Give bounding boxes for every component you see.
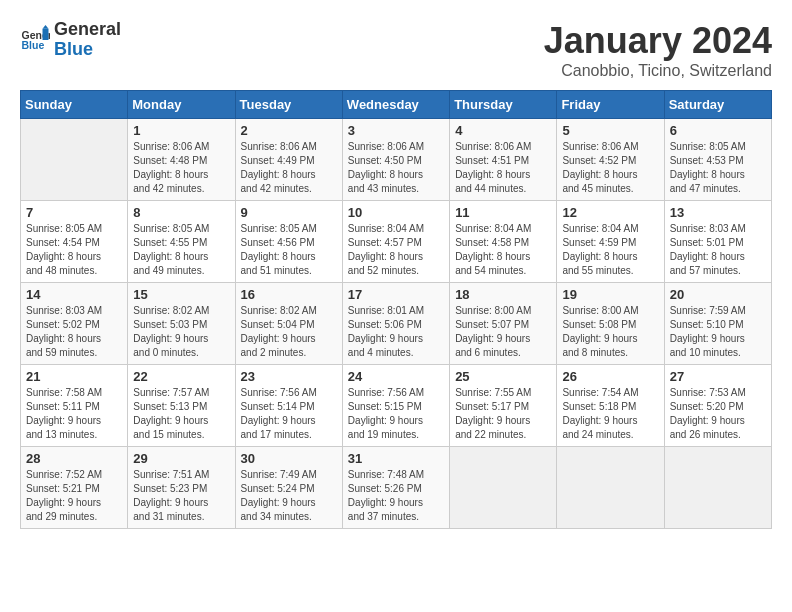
day-info: Sunrise: 8:00 AM Sunset: 5:07 PM Dayligh… <box>455 304 551 360</box>
day-number: 16 <box>241 287 337 302</box>
calendar-cell: 31Sunrise: 7:48 AM Sunset: 5:26 PM Dayli… <box>342 447 449 529</box>
calendar-cell: 11Sunrise: 8:04 AM Sunset: 4:58 PM Dayli… <box>450 201 557 283</box>
day-info: Sunrise: 7:57 AM Sunset: 5:13 PM Dayligh… <box>133 386 229 442</box>
day-number: 15 <box>133 287 229 302</box>
day-info: Sunrise: 8:06 AM Sunset: 4:51 PM Dayligh… <box>455 140 551 196</box>
day-info: Sunrise: 8:02 AM Sunset: 5:03 PM Dayligh… <box>133 304 229 360</box>
logo-icon: General Blue <box>20 25 50 55</box>
day-number: 25 <box>455 369 551 384</box>
calendar-cell: 2Sunrise: 8:06 AM Sunset: 4:49 PM Daylig… <box>235 119 342 201</box>
day-info: Sunrise: 8:02 AM Sunset: 5:04 PM Dayligh… <box>241 304 337 360</box>
day-info: Sunrise: 8:05 AM Sunset: 4:55 PM Dayligh… <box>133 222 229 278</box>
calendar-cell: 24Sunrise: 7:56 AM Sunset: 5:15 PM Dayli… <box>342 365 449 447</box>
svg-text:Blue: Blue <box>22 39 45 51</box>
day-number: 3 <box>348 123 444 138</box>
weekday-header-wednesday: Wednesday <box>342 91 449 119</box>
day-info: Sunrise: 8:04 AM Sunset: 4:58 PM Dayligh… <box>455 222 551 278</box>
week-row-5: 28Sunrise: 7:52 AM Sunset: 5:21 PM Dayli… <box>21 447 772 529</box>
calendar-cell: 19Sunrise: 8:00 AM Sunset: 5:08 PM Dayli… <box>557 283 664 365</box>
calendar-cell: 16Sunrise: 8:02 AM Sunset: 5:04 PM Dayli… <box>235 283 342 365</box>
day-info: Sunrise: 7:53 AM Sunset: 5:20 PM Dayligh… <box>670 386 766 442</box>
calendar-cell: 27Sunrise: 7:53 AM Sunset: 5:20 PM Dayli… <box>664 365 771 447</box>
day-number: 27 <box>670 369 766 384</box>
day-info: Sunrise: 7:55 AM Sunset: 5:17 PM Dayligh… <box>455 386 551 442</box>
day-number: 10 <box>348 205 444 220</box>
weekday-header-sunday: Sunday <box>21 91 128 119</box>
weekday-header-monday: Monday <box>128 91 235 119</box>
calendar-cell: 15Sunrise: 8:02 AM Sunset: 5:03 PM Dayli… <box>128 283 235 365</box>
calendar-cell: 18Sunrise: 8:00 AM Sunset: 5:07 PM Dayli… <box>450 283 557 365</box>
calendar-cell <box>21 119 128 201</box>
day-info: Sunrise: 8:03 AM Sunset: 5:02 PM Dayligh… <box>26 304 122 360</box>
weekday-header-friday: Friday <box>557 91 664 119</box>
title-section: January 2024 Canobbio, Ticino, Switzerla… <box>544 20 772 80</box>
day-info: Sunrise: 8:01 AM Sunset: 5:06 PM Dayligh… <box>348 304 444 360</box>
week-row-3: 14Sunrise: 8:03 AM Sunset: 5:02 PM Dayli… <box>21 283 772 365</box>
calendar-cell: 9Sunrise: 8:05 AM Sunset: 4:56 PM Daylig… <box>235 201 342 283</box>
day-number: 29 <box>133 451 229 466</box>
day-number: 5 <box>562 123 658 138</box>
day-info: Sunrise: 8:06 AM Sunset: 4:49 PM Dayligh… <box>241 140 337 196</box>
svg-marker-3 <box>43 25 49 29</box>
calendar-cell: 17Sunrise: 8:01 AM Sunset: 5:06 PM Dayli… <box>342 283 449 365</box>
day-number: 17 <box>348 287 444 302</box>
week-row-1: 1Sunrise: 8:06 AM Sunset: 4:48 PM Daylig… <box>21 119 772 201</box>
day-info: Sunrise: 7:49 AM Sunset: 5:24 PM Dayligh… <box>241 468 337 524</box>
day-info: Sunrise: 7:51 AM Sunset: 5:23 PM Dayligh… <box>133 468 229 524</box>
calendar-cell <box>557 447 664 529</box>
calendar-cell: 23Sunrise: 7:56 AM Sunset: 5:14 PM Dayli… <box>235 365 342 447</box>
day-info: Sunrise: 7:54 AM Sunset: 5:18 PM Dayligh… <box>562 386 658 442</box>
day-number: 14 <box>26 287 122 302</box>
logo-text: General Blue <box>54 20 121 60</box>
week-row-4: 21Sunrise: 7:58 AM Sunset: 5:11 PM Dayli… <box>21 365 772 447</box>
day-info: Sunrise: 8:05 AM Sunset: 4:56 PM Dayligh… <box>241 222 337 278</box>
day-number: 13 <box>670 205 766 220</box>
day-number: 23 <box>241 369 337 384</box>
calendar-cell: 14Sunrise: 8:03 AM Sunset: 5:02 PM Dayli… <box>21 283 128 365</box>
svg-marker-2 <box>43 29 49 40</box>
day-number: 22 <box>133 369 229 384</box>
day-info: Sunrise: 8:03 AM Sunset: 5:01 PM Dayligh… <box>670 222 766 278</box>
day-info: Sunrise: 8:06 AM Sunset: 4:50 PM Dayligh… <box>348 140 444 196</box>
day-number: 21 <box>26 369 122 384</box>
day-info: Sunrise: 7:59 AM Sunset: 5:10 PM Dayligh… <box>670 304 766 360</box>
weekday-header-row: SundayMondayTuesdayWednesdayThursdayFrid… <box>21 91 772 119</box>
calendar-cell: 4Sunrise: 8:06 AM Sunset: 4:51 PM Daylig… <box>450 119 557 201</box>
day-number: 12 <box>562 205 658 220</box>
week-row-2: 7Sunrise: 8:05 AM Sunset: 4:54 PM Daylig… <box>21 201 772 283</box>
weekday-header-thursday: Thursday <box>450 91 557 119</box>
calendar-cell: 26Sunrise: 7:54 AM Sunset: 5:18 PM Dayli… <box>557 365 664 447</box>
calendar-title: January 2024 <box>544 20 772 62</box>
calendar-cell: 1Sunrise: 8:06 AM Sunset: 4:48 PM Daylig… <box>128 119 235 201</box>
calendar-cell: 3Sunrise: 8:06 AM Sunset: 4:50 PM Daylig… <box>342 119 449 201</box>
day-number: 7 <box>26 205 122 220</box>
day-info: Sunrise: 7:48 AM Sunset: 5:26 PM Dayligh… <box>348 468 444 524</box>
calendar-cell: 29Sunrise: 7:51 AM Sunset: 5:23 PM Dayli… <box>128 447 235 529</box>
day-info: Sunrise: 7:56 AM Sunset: 5:15 PM Dayligh… <box>348 386 444 442</box>
day-number: 1 <box>133 123 229 138</box>
day-number: 30 <box>241 451 337 466</box>
calendar-cell: 30Sunrise: 7:49 AM Sunset: 5:24 PM Dayli… <box>235 447 342 529</box>
calendar-cell: 25Sunrise: 7:55 AM Sunset: 5:17 PM Dayli… <box>450 365 557 447</box>
day-number: 2 <box>241 123 337 138</box>
day-info: Sunrise: 8:05 AM Sunset: 4:53 PM Dayligh… <box>670 140 766 196</box>
day-number: 19 <box>562 287 658 302</box>
day-number: 28 <box>26 451 122 466</box>
calendar-cell: 5Sunrise: 8:06 AM Sunset: 4:52 PM Daylig… <box>557 119 664 201</box>
calendar-cell <box>664 447 771 529</box>
day-number: 20 <box>670 287 766 302</box>
logo: General Blue General Blue <box>20 20 121 60</box>
calendar-cell: 21Sunrise: 7:58 AM Sunset: 5:11 PM Dayli… <box>21 365 128 447</box>
calendar-cell: 20Sunrise: 7:59 AM Sunset: 5:10 PM Dayli… <box>664 283 771 365</box>
day-number: 6 <box>670 123 766 138</box>
calendar-cell: 8Sunrise: 8:05 AM Sunset: 4:55 PM Daylig… <box>128 201 235 283</box>
calendar-cell: 7Sunrise: 8:05 AM Sunset: 4:54 PM Daylig… <box>21 201 128 283</box>
weekday-header-saturday: Saturday <box>664 91 771 119</box>
calendar-cell: 6Sunrise: 8:05 AM Sunset: 4:53 PM Daylig… <box>664 119 771 201</box>
calendar-cell: 22Sunrise: 7:57 AM Sunset: 5:13 PM Dayli… <box>128 365 235 447</box>
day-info: Sunrise: 8:00 AM Sunset: 5:08 PM Dayligh… <box>562 304 658 360</box>
calendar-cell <box>450 447 557 529</box>
day-number: 8 <box>133 205 229 220</box>
day-number: 9 <box>241 205 337 220</box>
day-number: 24 <box>348 369 444 384</box>
